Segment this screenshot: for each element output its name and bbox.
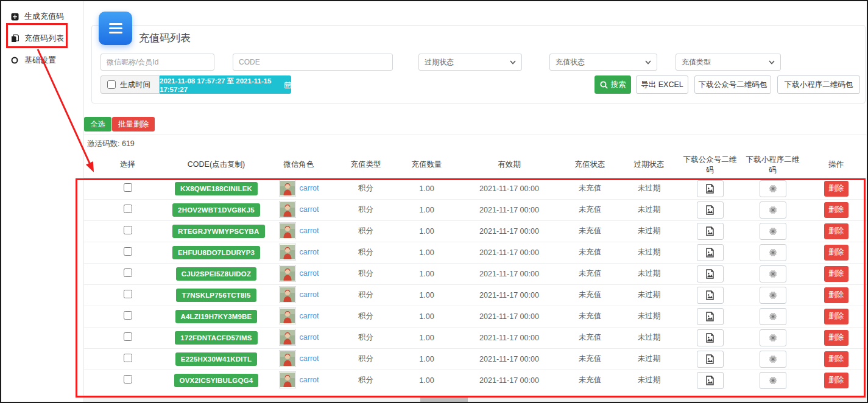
role-link[interactable]: carrot	[300, 184, 319, 192]
download-mp-qr-button[interactable]	[697, 244, 724, 261]
role-link[interactable]: carrot	[300, 269, 319, 278]
download-mp-qr-button[interactable]	[697, 287, 724, 304]
download-mp-qr-button[interactable]	[697, 351, 724, 368]
download-mini-qr-button[interactable]	[760, 287, 786, 304]
code-badge[interactable]: A4LZI19H7KY3M9BE	[175, 310, 258, 323]
role-link[interactable]: carrot	[300, 290, 319, 299]
download-mini-qr-button[interactable]	[760, 202, 786, 219]
download-mini-qr-button[interactable]	[760, 329, 786, 346]
code-badge[interactable]: KX8QWE188CINILEK	[175, 182, 258, 195]
expire-status-select[interactable]: 过期状态	[418, 54, 522, 71]
code-badge[interactable]: OVX2ICSYIBULGQG4	[174, 374, 259, 387]
download-mp-qr-package-button[interactable]: 下载公众号二维码包	[694, 75, 771, 94]
code-badge[interactable]: T7NSKLP756TCT8I5	[176, 289, 256, 302]
code-badge[interactable]: CJU2SPEI5Z8UIDOZ	[176, 267, 256, 281]
plus-square-icon	[10, 12, 19, 21]
row-checkbox[interactable]	[124, 205, 132, 213]
row-checkbox[interactable]	[124, 375, 132, 384]
download-mini-qr-button[interactable]	[760, 372, 786, 389]
row-checkbox[interactable]	[124, 332, 132, 341]
download-mp-qr-button[interactable]	[697, 308, 724, 325]
download-mini-qr-button[interactable]	[760, 223, 786, 240]
download-mp-qr-button[interactable]	[697, 180, 724, 197]
download-mini-qr-button[interactable]	[760, 265, 786, 282]
generate-time-checkbox[interactable]	[107, 80, 116, 89]
role-link[interactable]: carrot	[300, 376, 319, 384]
delete-button[interactable]: 删除	[824, 266, 849, 282]
code-badge[interactable]: E225HX30W41KDITL	[175, 352, 257, 366]
delete-button[interactable]: 删除	[824, 202, 849, 218]
role-link[interactable]: carrot	[300, 226, 319, 235]
recharge-type-select[interactable]: 充值类型	[676, 54, 781, 71]
horizontal-scrollbar[interactable]	[84, 398, 866, 402]
expire-status-cell: 未过期	[619, 327, 679, 348]
download-mini-qr-button[interactable]	[760, 244, 786, 261]
download-mp-qr-button[interactable]	[697, 223, 724, 240]
sidebar-item-code-list[interactable]: 充值码列表	[1, 31, 83, 46]
delete-button[interactable]: 删除	[824, 181, 849, 197]
avatar	[279, 350, 296, 367]
delete-button[interactable]: 删除	[824, 223, 849, 239]
delete-button[interactable]: 删除	[824, 351, 849, 367]
role-link[interactable]: carrot	[300, 354, 319, 363]
download-mp-qr-button[interactable]	[697, 372, 724, 389]
row-checkbox[interactable]	[124, 247, 132, 256]
recharge-status-select[interactable]: 充值状态	[549, 54, 657, 71]
recharge-status-cell: 未充值	[560, 242, 619, 263]
export-excel-button[interactable]: 导出 EXCEL	[636, 75, 688, 94]
row-checkbox[interactable]	[124, 290, 132, 298]
download-mp-qr-button[interactable]	[697, 202, 724, 219]
code-badge[interactable]: 172FDNTACFD57IMS	[175, 331, 257, 345]
valid-until-cell: 2021-11-17 00:00	[458, 178, 560, 199]
sidebar-item-generate-code[interactable]: 生成充值码	[1, 9, 83, 24]
delete-button[interactable]: 删除	[824, 309, 849, 324]
search-button[interactable]: 搜索	[595, 75, 631, 94]
code-badge[interactable]: EHFUU8DO7LDURYP3	[172, 246, 260, 259]
mini-qr-icon	[769, 248, 777, 257]
expire-status-cell: 未过期	[619, 199, 679, 220]
amount-cell: 1.00	[395, 284, 458, 306]
batch-delete-button[interactable]: 批量删除	[112, 117, 155, 131]
mini-qr-icon	[769, 291, 777, 300]
date-range-picker[interactable]: 2021-11-08 17:57:27 至 2021-11-15 17:57:2…	[160, 75, 291, 94]
delete-button[interactable]: 删除	[824, 373, 849, 388]
role-link[interactable]: carrot	[300, 312, 319, 320]
download-mini-qr-button[interactable]	[760, 180, 786, 197]
search-button-label: 搜索	[611, 80, 626, 90]
row-checkbox[interactable]	[124, 226, 132, 234]
role-link[interactable]: carrot	[300, 248, 319, 256]
amount-cell: 1.00	[395, 327, 458, 348]
download-mini-qr-package-button[interactable]: 下载小程序二维码包	[777, 75, 860, 94]
horizontal-scrollbar-thumb[interactable]	[420, 398, 468, 402]
sidebar-item-basic-settings[interactable]: 基础设置	[1, 53, 83, 68]
role-link[interactable]: carrot	[300, 205, 319, 214]
avatar	[279, 307, 296, 324]
code-badge[interactable]: 2HOV2WBT1DVG8KJ5	[172, 203, 260, 217]
valid-until-cell: 2021-11-17 00:00	[458, 306, 560, 327]
avatar	[279, 201, 296, 218]
nickname-member-id-input[interactable]	[101, 54, 214, 71]
role-link[interactable]: carrot	[300, 333, 319, 342]
download-mp-qr-button[interactable]	[697, 265, 724, 282]
code-input[interactable]	[233, 54, 393, 71]
recharge-type-cell: 积分	[336, 327, 395, 348]
valid-until-cell: 2021-11-17 00:00	[458, 370, 560, 391]
page-title: 充值码列表	[139, 31, 191, 45]
delete-button[interactable]: 删除	[824, 287, 849, 303]
menu-toggle-button[interactable]	[99, 12, 132, 45]
delete-button[interactable]: 删除	[824, 330, 849, 346]
download-mp-qr-button[interactable]	[697, 329, 724, 346]
download-mini-qr-button[interactable]	[760, 351, 786, 368]
expire-status-cell: 未过期	[619, 306, 679, 327]
code-badge[interactable]: RTEGRJYWMYPSCYBA	[172, 225, 265, 238]
valid-until-cell: 2021-11-17 00:00	[458, 242, 560, 263]
row-checkbox[interactable]	[124, 311, 132, 320]
download-mini-qr-button[interactable]	[760, 308, 786, 325]
col-wechat-role: 微信角色	[261, 152, 336, 178]
row-checkbox[interactable]	[124, 354, 132, 362]
recharge-status-cell: 未充值	[560, 199, 619, 220]
select-all-button[interactable]: 全选	[84, 117, 111, 131]
row-checkbox[interactable]	[124, 268, 132, 277]
row-checkbox[interactable]	[124, 183, 132, 192]
delete-button[interactable]: 删除	[824, 245, 849, 261]
